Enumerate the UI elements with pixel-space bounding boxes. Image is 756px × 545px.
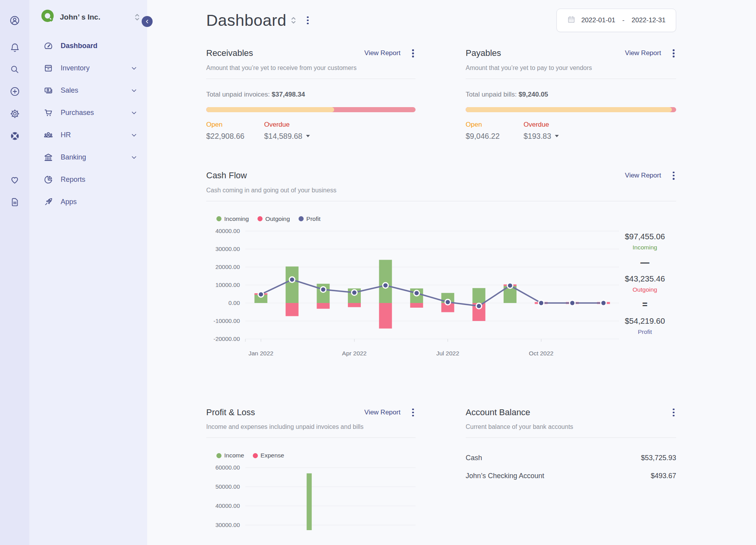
account-name: Cash bbox=[466, 454, 482, 462]
cash-flow-card: Cash Flow View Report Cash coming in and… bbox=[206, 170, 676, 363]
receivables-view-report-link[interactable]: View Report bbox=[364, 49, 400, 57]
company-switch-chevrons-icon bbox=[134, 13, 140, 22]
payables-progress-bar bbox=[466, 107, 676, 112]
sidebar-menu: Dashboard Inventory Sales Purchases HR bbox=[29, 25, 147, 213]
user-circle-icon bbox=[9, 15, 20, 27]
hr-people-icon bbox=[43, 130, 53, 140]
legend-item-expense: Expense bbox=[253, 452, 284, 459]
sidebar-item-banking[interactable]: Banking bbox=[29, 146, 147, 169]
page-header: Dashboard 2022-01-01 - 2022-12-31 bbox=[206, 8, 676, 33]
dashboard-switch-chevrons-icon[interactable] bbox=[290, 16, 297, 25]
notifications-button[interactable] bbox=[9, 43, 20, 54]
receivables-title: Receivables bbox=[206, 48, 253, 58]
svg-text:-10000.00: -10000.00 bbox=[213, 317, 240, 324]
user-account-button[interactable] bbox=[9, 16, 20, 27]
svg-text:60000.00: 60000.00 bbox=[215, 464, 240, 471]
date-range-picker[interactable]: 2022-01-01 - 2022-12-31 bbox=[556, 9, 676, 32]
caret-down-icon[interactable] bbox=[555, 135, 559, 137]
profit-loss-chart: 60000.0050000.0040000.0030000.00 bbox=[206, 463, 418, 532]
search-icon bbox=[10, 65, 20, 75]
sidebar-item-reports[interactable]: Reports bbox=[29, 169, 147, 191]
svg-text:40000.00: 40000.00 bbox=[215, 228, 240, 234]
svg-text:20000.00: 20000.00 bbox=[215, 264, 240, 270]
sidebar-item-label: Banking bbox=[61, 153, 86, 161]
quick-add-button[interactable] bbox=[9, 86, 20, 97]
life-buoy-icon bbox=[10, 131, 20, 142]
date-range-separator: - bbox=[622, 16, 625, 24]
chevron-down-icon bbox=[130, 65, 138, 72]
profit-loss-kebab-menu[interactable] bbox=[410, 407, 416, 418]
purchases-cart-icon bbox=[43, 108, 53, 118]
payables-open-column: Open $9,046.22 bbox=[466, 121, 524, 141]
company-name: John’ s Inc. bbox=[60, 13, 100, 22]
cash-flow-legend: Incoming Outgoing Profit bbox=[216, 215, 676, 222]
svg-text:40000.00: 40000.00 bbox=[215, 502, 240, 509]
cash-flow-view-report-link[interactable]: View Report bbox=[625, 172, 661, 179]
payables-total-value: $9,240.05 bbox=[518, 91, 548, 98]
receivables-overdue-column: Overdue $14,589.68 bbox=[264, 121, 322, 141]
sidebar-item-sales[interactable]: Sales bbox=[29, 79, 147, 102]
sidebar-item-apps[interactable]: Apps bbox=[29, 191, 147, 213]
heart-icon bbox=[9, 174, 20, 186]
bottom-cards-row: Profit & Loss View Report Income and exp… bbox=[206, 407, 676, 532]
bell-icon bbox=[10, 43, 20, 54]
settings-button[interactable] bbox=[9, 109, 20, 120]
legend-item-income: Income bbox=[216, 452, 244, 459]
payables-subtitle: Amount that you’re yet to pay to your ve… bbox=[466, 65, 676, 72]
sidebar-item-dashboard[interactable]: Dashboard bbox=[29, 35, 147, 57]
sidebar-item-label: Reports bbox=[61, 176, 85, 184]
chevron-down-icon bbox=[130, 109, 138, 117]
payables-open-label: Open bbox=[466, 121, 524, 129]
account-balance-kebab-menu[interactable] bbox=[671, 407, 676, 418]
account-row[interactable]: Cash $53,725.93 bbox=[466, 449, 676, 467]
outgoing-total: $43,235.46 bbox=[614, 274, 676, 283]
company-switcher[interactable]: John’ s Inc. bbox=[29, 0, 147, 25]
equals-operator: = bbox=[614, 299, 676, 310]
receivables-overdue-label: Overdue bbox=[264, 121, 322, 129]
documents-button[interactable] bbox=[9, 197, 20, 208]
receivables-open-value: $22,908.66 bbox=[206, 132, 264, 141]
favorites-button[interactable] bbox=[9, 175, 20, 186]
divider bbox=[206, 201, 676, 201]
caret-down-icon[interactable] bbox=[306, 135, 310, 137]
divider bbox=[466, 437, 676, 438]
page-title: Dashboard bbox=[206, 11, 286, 30]
receivables-open-column: Open $22,908.66 bbox=[206, 121, 264, 141]
account-value: $493.67 bbox=[651, 472, 676, 480]
sidebar-item-inventory[interactable]: Inventory bbox=[29, 57, 147, 79]
chevron-down-icon bbox=[130, 131, 138, 139]
support-button[interactable] bbox=[9, 131, 20, 142]
profit-total-label: Profit bbox=[614, 328, 676, 335]
sidebar-item-label: Dashboard bbox=[61, 42, 97, 50]
dashboard-kebab-menu[interactable] bbox=[305, 15, 310, 26]
company-logo-icon bbox=[41, 9, 55, 25]
cash-flow-subtitle: Cash coming in and going out of your bus… bbox=[206, 187, 676, 194]
receivables-progress-bar bbox=[206, 107, 416, 112]
account-row[interactable]: John’s Checking Account $493.67 bbox=[466, 467, 676, 485]
sidebar-collapse-button[interactable] bbox=[142, 16, 153, 27]
svg-text:30000.00: 30000.00 bbox=[215, 246, 240, 252]
payables-kebab-menu[interactable] bbox=[671, 48, 676, 59]
incoming-legend-dot-icon bbox=[216, 216, 221, 221]
sidebar-item-hr[interactable]: HR bbox=[29, 124, 147, 146]
payables-title: Payables bbox=[466, 48, 501, 58]
payables-view-report-link[interactable]: View Report bbox=[625, 49, 661, 57]
apps-rocket-icon bbox=[43, 197, 53, 207]
chevron-down-icon bbox=[130, 154, 138, 161]
receivables-kebab-menu[interactable] bbox=[410, 48, 416, 59]
outgoing-total-label: Outgoing bbox=[614, 286, 676, 293]
chevron-down-icon bbox=[130, 87, 138, 94]
receivables-total: Total unpaid invoices: $37,498.34 bbox=[206, 91, 416, 99]
svg-text:Jul 2022: Jul 2022 bbox=[436, 350, 459, 357]
sidebar-item-purchases[interactable]: Purchases bbox=[29, 102, 147, 124]
receivables-total-value: $37,498.34 bbox=[272, 91, 305, 98]
cash-flow-kebab-menu[interactable] bbox=[671, 170, 676, 181]
plus-circle-icon bbox=[10, 86, 20, 98]
search-button[interactable] bbox=[9, 65, 20, 75]
receivables-progress-open bbox=[206, 107, 334, 112]
profit-loss-view-report-link[interactable]: View Report bbox=[364, 409, 400, 416]
inventory-box-icon bbox=[43, 63, 53, 73]
profit-legend-dot-icon bbox=[299, 216, 304, 221]
profit-loss-subtitle: Income and expenses including unpaid inv… bbox=[206, 423, 416, 430]
legend-item-outgoing: Outgoing bbox=[257, 215, 290, 222]
